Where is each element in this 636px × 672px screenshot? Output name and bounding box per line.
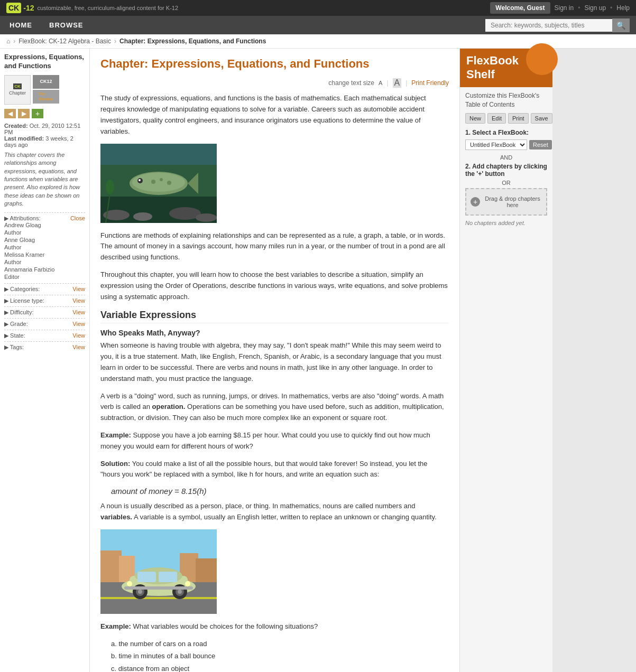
signup-link[interactable]: Sign up bbox=[584, 4, 606, 12]
svg-point-34 bbox=[178, 590, 182, 594]
search-input[interactable] bbox=[485, 19, 612, 32]
categories-header[interactable]: ▶ Categories: View bbox=[4, 286, 85, 293]
author-4-role: Editor bbox=[4, 274, 85, 280]
list-item-1: a. the number of cars on a road bbox=[111, 639, 449, 649]
license-view[interactable]: View bbox=[72, 297, 85, 304]
chapter-thumbnail[interactable]: CK Chapter bbox=[4, 75, 31, 105]
search-button[interactable]: 🔍 bbox=[612, 18, 630, 32]
example2-text: What variables would be choices for the … bbox=[131, 622, 318, 630]
solution1-text: You could make a list of all the possibl… bbox=[100, 460, 428, 479]
attributions-header[interactable]: ▶ Attributions: Close bbox=[4, 215, 85, 222]
categories-view[interactable]: View bbox=[72, 286, 85, 292]
categories-label: ▶ Categories: bbox=[4, 286, 40, 293]
svg-point-13 bbox=[167, 181, 171, 185]
add-button[interactable]: + bbox=[32, 109, 43, 118]
grade-view[interactable]: View bbox=[72, 321, 85, 327]
tags-view[interactable]: View bbox=[72, 344, 85, 350]
flexbook-shelf-header: FlexBook Shelf bbox=[460, 49, 552, 87]
state-section: ▶ State: View bbox=[4, 330, 85, 341]
svg-point-16 bbox=[106, 180, 114, 194]
list-items: a. the number of cars on a road b. time … bbox=[100, 639, 449, 672]
subsection1-heading: Who Speaks Math, Anyway? bbox=[100, 329, 449, 337]
author-2: Anne Gloag Author bbox=[4, 237, 85, 250]
tags-section: ▶ Tags: View bbox=[4, 341, 85, 353]
difficulty-view[interactable]: View bbox=[72, 309, 85, 315]
search-bar: 🔍 bbox=[485, 18, 630, 32]
shelf-step2: 2. Add chapters by clicking the '+' butt… bbox=[465, 163, 547, 178]
variables-bold: variables. bbox=[100, 513, 132, 521]
solution1: Solution: You could make a list of all t… bbox=[100, 459, 449, 481]
example2-label: Example: bbox=[100, 622, 131, 630]
help-link[interactable]: Help bbox=[616, 4, 630, 12]
example2: Example: What variables would be choices… bbox=[100, 621, 449, 632]
license-section: ▶ License type: View bbox=[4, 295, 85, 306]
difficulty-header[interactable]: ▶ Difficulty: View bbox=[4, 309, 85, 316]
sub-para-2: A verb is a "doing" word, such as runnin… bbox=[100, 391, 449, 424]
print-friendly-link[interactable]: Print Friendly bbox=[411, 79, 449, 87]
list-item-2: b. time in minutes of a ball bounce bbox=[111, 651, 449, 661]
state-view[interactable]: View bbox=[72, 332, 85, 339]
text-size-large[interactable]: A bbox=[393, 78, 402, 88]
drag-drop-text: Drag & drop chapters here bbox=[483, 195, 542, 208]
tagline: customizable, free, curriculum-aligned c… bbox=[37, 5, 178, 11]
nav-home[interactable]: HOME bbox=[6, 16, 35, 34]
tags-label: ▶ Tags: bbox=[4, 344, 24, 351]
svg-rect-28 bbox=[159, 572, 177, 582]
chapter-title: Chapter: Expressions, Equations, and Fun… bbox=[100, 57, 449, 71]
text-size-small[interactable]: A bbox=[379, 80, 382, 86]
car-image bbox=[100, 529, 217, 614]
breadcrumb-link-1[interactable]: FlexBook: CK-12 Algebra - Basic bbox=[19, 38, 111, 45]
example1-text: Suppose you have a job earning $8.15 per… bbox=[100, 431, 430, 450]
shelf-select-row: Untitled FlexBook Reset bbox=[465, 139, 547, 150]
print-button[interactable]: Print bbox=[508, 113, 529, 124]
sidebar-thumbnails: CK Chapter CK12 ForReview bbox=[4, 75, 85, 105]
prev-button[interactable]: ◀ bbox=[4, 109, 16, 118]
for-review-label: ForReview bbox=[39, 91, 53, 101]
signin-link[interactable]: Sign in bbox=[555, 4, 574, 12]
grade-section: ▶ Grade: View bbox=[4, 318, 85, 330]
sidebar-description: This chapter covers the relationships am… bbox=[4, 151, 85, 208]
sub-para-1: When someone is having trouble with alge… bbox=[100, 340, 449, 384]
ck12-logo[interactable]: CK -12 bbox=[6, 3, 34, 13]
svg-rect-18 bbox=[100, 550, 122, 582]
attributions-section: ▶ Attributions: Close Andrew Gloag Autho… bbox=[4, 212, 85, 283]
drag-drop-area[interactable]: + Drag & drop chapters here bbox=[465, 188, 547, 216]
new-button[interactable]: New bbox=[465, 113, 485, 124]
shelf-or: OR bbox=[465, 180, 547, 186]
edit-button[interactable]: Edit bbox=[487, 113, 506, 124]
svg-point-35 bbox=[127, 581, 132, 586]
nav-browse[interactable]: BROWSE bbox=[46, 16, 87, 34]
content-area: Chapter: Expressions, Equations, and Fun… bbox=[90, 49, 460, 672]
intro-para-1: The study of expressions, equations, and… bbox=[100, 93, 449, 137]
flexbook-select[interactable]: Untitled FlexBook bbox=[465, 139, 527, 150]
ck12-thumbnail[interactable]: CK12 bbox=[33, 75, 59, 89]
grade-header[interactable]: ▶ Grade: View bbox=[4, 321, 85, 328]
author-3-name: Melissa Kramer bbox=[4, 251, 85, 258]
intro-para-2: Functions are methods of explaining rela… bbox=[100, 230, 449, 263]
drag-drop-plus-icon: + bbox=[471, 197, 480, 207]
svg-point-11 bbox=[151, 180, 155, 184]
next-button[interactable]: ▶ bbox=[18, 109, 30, 118]
attributions-close[interactable]: Close bbox=[70, 215, 85, 221]
categories-section: ▶ Categories: View bbox=[4, 283, 85, 295]
section1-heading: Variable Expressions bbox=[100, 310, 449, 323]
save-button[interactable]: Save bbox=[531, 113, 552, 124]
license-label: ▶ License type: bbox=[4, 297, 44, 304]
state-header[interactable]: ▶ State: View bbox=[4, 332, 85, 339]
no-chapters-text: No chapters added yet. bbox=[465, 220, 547, 226]
reset-button[interactable]: Reset bbox=[529, 140, 552, 150]
sidebar-meta: Created: Oct. 29, 2010 12:51 PM Last mod… bbox=[4, 123, 85, 148]
logo-12: -12 bbox=[23, 4, 34, 12]
license-header[interactable]: ▶ License type: View bbox=[4, 297, 85, 304]
difficulty-label: ▶ Difficulty: bbox=[4, 309, 33, 316]
author-1: Andrew Gloag Author bbox=[4, 222, 85, 236]
formula-block: amount of money = 8.15(h) bbox=[111, 487, 449, 496]
for-review-thumbnail[interactable]: ForReview bbox=[33, 90, 59, 104]
home-icon[interactable]: ⌂ bbox=[6, 38, 10, 45]
author-4: Annamaria Farbizio Editor bbox=[4, 266, 85, 280]
welcome-box: Welcome, Guest bbox=[490, 2, 550, 14]
tags-header[interactable]: ▶ Tags: View bbox=[4, 344, 85, 351]
created-label: Created: bbox=[4, 123, 28, 129]
top-bar-left: CK -12 customizable, free, curriculum-al… bbox=[6, 3, 178, 13]
fish-image bbox=[100, 144, 217, 223]
